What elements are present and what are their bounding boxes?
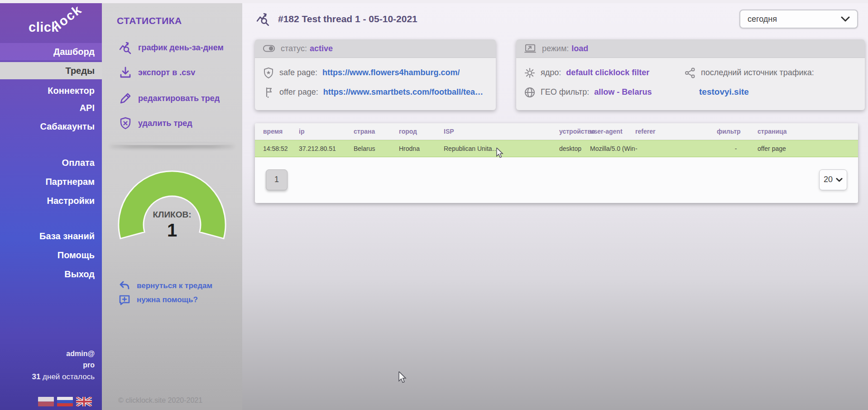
- table-row[interactable]: 14:58:52 37.212.80.51 Belarus Hrodna Rep…: [255, 140, 858, 157]
- screen-arrow-icon: [524, 43, 537, 53]
- chevron-down-icon: [841, 16, 850, 22]
- last-traffic-source-row: последний источник трафика:: [684, 63, 857, 82]
- table-header-row: время ip страна город ISP устройство use…: [255, 123, 858, 140]
- gear-icon: [524, 67, 536, 79]
- account-days-left: 31 дней осталось: [32, 372, 95, 381]
- main-content: #182 Test thread 1 - 05-10-2021 сегодня …: [242, 0, 868, 410]
- chart-search-icon: [255, 12, 271, 26]
- copyright: © clicklock.site 2020-2021: [118, 396, 202, 405]
- sidebar-item-knowledge-base[interactable]: База знаний: [0, 228, 102, 244]
- pencil-icon: [119, 92, 132, 105]
- edit-thread-button[interactable]: редактировать тред: [119, 91, 220, 106]
- cell-country: Belarus: [354, 145, 399, 152]
- undo-icon: [119, 280, 130, 292]
- chevron-down-icon: [836, 178, 843, 182]
- back-to-threads-link[interactable]: вернуться к тредам: [119, 280, 212, 292]
- gauge-label: КЛИКОВ:: [114, 210, 230, 220]
- col-device: устройство: [559, 128, 590, 135]
- sidebar-item-help[interactable]: Помощь: [0, 247, 102, 263]
- sidebar-item-settings[interactable]: Настройки: [0, 193, 102, 209]
- russian-flag-icon[interactable]: [57, 397, 73, 406]
- col-city: город: [399, 128, 444, 135]
- cell-ip: 37.212.80.51: [299, 145, 354, 152]
- sidebar-item-partners[interactable]: Партнерам: [0, 174, 102, 190]
- account-plan: pro: [32, 361, 95, 369]
- globe-icon: [524, 87, 536, 98]
- mode-label: режим:: [542, 44, 569, 53]
- status-card: статус: active safe page: https://www.fl…: [255, 39, 496, 110]
- sidebar: click lock Дашборд Треды Коннектор API С…: [0, 0, 102, 410]
- clicks-table-panel: время ip страна город ISP устройство use…: [255, 123, 858, 203]
- date-range-select[interactable]: сегодня: [739, 10, 858, 29]
- page-1-button[interactable]: 1: [266, 169, 288, 190]
- sidebar-item-payment[interactable]: Оплата: [0, 154, 102, 171]
- cell-referer: -: [635, 145, 717, 152]
- sidebar-item-threads[interactable]: Треды: [0, 62, 102, 79]
- kernel-row: ядро: default clicklock filter: [524, 63, 684, 82]
- sidebar-item-connector[interactable]: Коннектор: [0, 82, 102, 99]
- col-page: страница: [758, 128, 858, 135]
- account-email: admin@: [32, 350, 95, 358]
- sidebar-item-dashboard[interactable]: Дашборд: [0, 43, 102, 60]
- clicklock-logo[interactable]: click lock: [29, 7, 96, 39]
- col-filter: фильтр: [717, 128, 758, 135]
- cell-device: desktop: [559, 145, 590, 152]
- cell-time: 14:58:52: [263, 145, 299, 152]
- share-icon: [684, 67, 696, 79]
- mode-card-header: режим: load: [516, 39, 865, 58]
- day-by-day-chart-button[interactable]: график день-за-днем: [119, 40, 224, 55]
- divider: [110, 143, 234, 145]
- offer-page-row: offer page: https://www.smartbets.com/fo…: [263, 82, 488, 102]
- col-isp: ISP: [444, 128, 559, 135]
- thread-title-text: #182 Test thread 1 - 05-10-2021: [278, 14, 417, 24]
- cell-page: offer page: [758, 145, 858, 152]
- polish-flag-icon[interactable]: [38, 397, 54, 406]
- language-switcher: [38, 397, 92, 406]
- traffic-source-link[interactable]: testovyi.site: [699, 87, 749, 97]
- status-card-header: статус: active: [255, 39, 496, 58]
- offer-page-link[interactable]: https://www.smartbets.com/football/tea…: [323, 87, 483, 97]
- cell-user-agent: Mozilla/5.0 (Win…: [590, 145, 635, 152]
- per-page-select[interactable]: 20: [819, 169, 847, 190]
- gauge-value: 1: [114, 220, 230, 241]
- stats-panel-title: СТАТИСТИКА: [117, 15, 182, 26]
- shield-x-icon: [119, 116, 132, 130]
- comment-plus-icon: [119, 294, 130, 306]
- thread-title: #182 Test thread 1 - 05-10-2021: [255, 12, 417, 26]
- col-time: время: [263, 128, 299, 135]
- clicks-gauge: КЛИКОВ: 1: [114, 167, 230, 248]
- status-label: статус:: [281, 44, 307, 53]
- col-user-agent: user-agent: [590, 128, 635, 135]
- toggle-icon: [263, 43, 275, 53]
- sidebar-item-subaccounts[interactable]: Сабакаунты: [0, 118, 102, 135]
- safe-page-row: safe page: https://www.flowers4hamburg.c…: [263, 63, 488, 82]
- cell-city: Hrodna: [399, 145, 444, 152]
- sidebar-item-logout[interactable]: Выход: [0, 266, 102, 282]
- account-info: admin@ pro 31 дней осталось: [32, 350, 95, 381]
- mode-card: режим: load ядро: default clicklock filt…: [516, 39, 865, 110]
- mouse-cursor: [496, 148, 504, 159]
- safe-page-link[interactable]: https://www.flowers4hamburg.com/: [322, 68, 460, 77]
- pagination-bar: 1 20: [255, 157, 858, 202]
- thread-stats-panel: СТАТИСТИКА график день-за-днем экспорт в…: [102, 0, 242, 410]
- col-country: страна: [354, 128, 399, 135]
- mode-value: load: [571, 44, 588, 53]
- download-icon: [119, 66, 132, 79]
- col-ip: ip: [299, 128, 354, 135]
- export-csv-button[interactable]: экспорт в .csv: [119, 65, 195, 80]
- status-value: active: [310, 44, 333, 53]
- uk-flag-icon[interactable]: [76, 397, 92, 406]
- col-referer: referer: [635, 128, 717, 135]
- flag-icon: [263, 87, 274, 98]
- sidebar-item-api[interactable]: API: [0, 100, 102, 116]
- mouse-cursor: [398, 371, 407, 384]
- shield-star-icon: [263, 67, 274, 79]
- delete-thread-button[interactable]: удалить тред: [119, 116, 192, 131]
- cell-filter: -: [717, 145, 758, 152]
- chart-search-icon: [119, 41, 132, 54]
- geo-filter-row: ГЕО фильтр: allow - Belarus: [524, 82, 684, 102]
- need-help-link[interactable]: нужна помощь?: [119, 294, 198, 306]
